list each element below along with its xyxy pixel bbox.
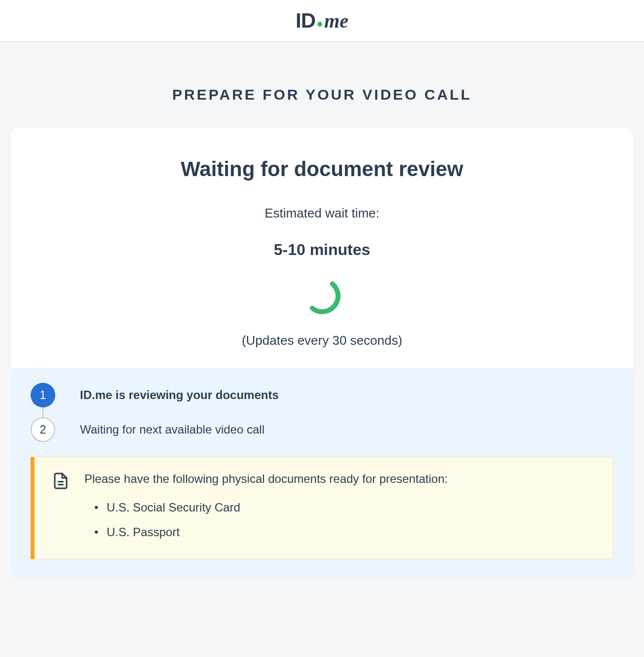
header: ID me	[0, 0, 644, 42]
page-title: PREPARE FOR YOUR VIDEO CALL	[0, 86, 644, 103]
spinner-icon	[303, 276, 342, 316]
logo: ID me	[296, 9, 348, 33]
svg-point-0	[300, 274, 344, 318]
steps-list: 1 ID.me is reviewing your documents 2 Wa…	[31, 383, 613, 442]
card-heading: Waiting for document review	[40, 157, 604, 181]
step-number-badge: 2	[31, 417, 55, 442]
logo-dot-icon	[317, 22, 322, 27]
document-notice: Please have the following physical docum…	[31, 457, 613, 559]
notice-body: Please have the following physical docum…	[84, 472, 596, 539]
step-number-badge: 1	[31, 383, 55, 407]
status-card: Waiting for document review Estimated wa…	[11, 128, 633, 579]
logo-id-text: ID	[296, 9, 315, 33]
step-item-1: 1 ID.me is reviewing your documents	[80, 383, 613, 407]
list-item: U.S. Passport	[94, 525, 596, 539]
steps-section: 1 ID.me is reviewing your documents 2 Wa…	[11, 368, 633, 579]
list-item: U.S. Social Security Card	[94, 501, 596, 514]
document-icon	[52, 472, 70, 490]
notice-text: Please have the following physical docum…	[84, 472, 596, 486]
step-item-2: 2 Waiting for next available video call	[80, 417, 613, 442]
step-label: Waiting for next available video call	[80, 423, 265, 437]
step-connector	[42, 407, 43, 418]
wait-time-value: 5-10 minutes	[40, 241, 604, 259]
step-label: ID.me is reviewing your documents	[80, 388, 279, 402]
updates-interval-text: (Updates every 30 seconds)	[40, 333, 604, 348]
wait-time-label: Estimated wait time:	[40, 206, 604, 221]
logo-me-text: me	[324, 9, 348, 33]
card-top: Waiting for document review Estimated wa…	[11, 128, 633, 368]
document-list: U.S. Social Security Card U.S. Passport	[84, 501, 596, 539]
